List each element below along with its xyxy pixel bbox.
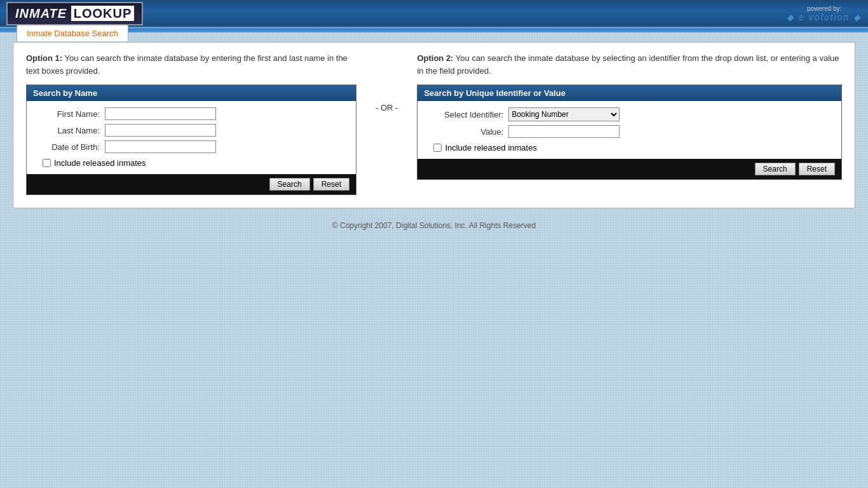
search-by-identifier-header: Search by Unique Identifier or Value: [417, 85, 841, 101]
first-name-label: First Name:: [36, 109, 100, 119]
logo: INMATE LOOKUP: [6, 2, 143, 25]
last-name-input[interactable]: [105, 124, 216, 137]
reset-button-1[interactable]: Reset: [313, 178, 349, 191]
identifier-select[interactable]: Booking Number SSN State ID Case Number: [508, 107, 620, 121]
include-released-row1: Include released inmates: [36, 158, 346, 168]
value-input[interactable]: [508, 125, 620, 138]
header: INMATE LOOKUP powered by: ◆ e volution ◆: [0, 0, 868, 29]
option1-title: Option 1:: [26, 53, 62, 63]
dob-label: Date of Birth:: [36, 142, 100, 152]
powered-by-area: powered by: ◆ e volution ◆: [787, 5, 862, 22]
option1-desc: Option 1: You can search the inmate data…: [26, 52, 356, 77]
option2-desc: Option 2: You can search the inmate data…: [417, 52, 842, 77]
search-button-2[interactable]: Search: [755, 163, 796, 175]
or-divider: - OR -: [356, 52, 417, 112]
search-by-identifier-box: Search by Unique Identifier or Value Sel…: [417, 85, 842, 180]
include-released-label2: Include released inmates: [445, 143, 537, 152]
include-released-checkbox1[interactable]: [43, 159, 51, 167]
first-name-row: First Name:: [36, 107, 346, 120]
search-layout: Option 1: You can search the inmate data…: [26, 52, 842, 195]
evolution-logo: ◆ e volution ◆: [787, 12, 862, 22]
select-identifier-row: Select Identifier: Booking Number SSN St…: [427, 107, 832, 121]
last-name-row: Last Name:: [36, 124, 346, 137]
search-by-name-header: Search by Name: [27, 85, 356, 101]
footer: © Copyright 2007, Digital Solutions, Inc…: [13, 221, 855, 230]
powered-by-text: powered by:: [807, 5, 841, 12]
content-box: Inmate Database Search Option 1: You can…: [13, 42, 855, 208]
option1-area: Option 1: You can search the inmate data…: [26, 52, 356, 195]
value-row: Value:: [427, 125, 832, 138]
option1-description: You can search the inmate database by en…: [26, 53, 348, 76]
option2-area: Option 2: You can search the inmate data…: [417, 52, 842, 180]
last-name-label: Last Name:: [36, 126, 100, 135]
include-released-label1: Include released inmates: [54, 158, 146, 168]
include-released-row2: Include released inmates: [427, 143, 832, 152]
logo-inmate: INMATE: [15, 6, 67, 20]
search-by-name-body: First Name: Last Name: Date of Birth:: [27, 101, 356, 174]
dob-input[interactable]: [105, 140, 216, 153]
option2-title: Option 2:: [417, 53, 453, 63]
select-identifier-label: Select Identifier:: [427, 110, 503, 119]
search-by-identifier-footer: Search Reset: [417, 159, 841, 179]
logo-lookup: LOOKUP: [71, 6, 135, 21]
first-name-input[interactable]: [105, 107, 216, 120]
search-by-name-footer: Search Reset: [27, 174, 356, 194]
search-button-1[interactable]: Search: [269, 178, 310, 191]
copyright-text: © Copyright 2007, Digital Solutions, Inc…: [332, 221, 536, 230]
main-content: Inmate Database Search Option 1: You can…: [0, 32, 868, 240]
tab-label: Inmate Database Search: [17, 25, 128, 41]
search-by-name-box: Search by Name First Name: Last Name: Da…: [26, 85, 356, 195]
logo-area: INMATE LOOKUP: [6, 2, 143, 25]
value-label: Value:: [427, 127, 503, 137]
search-by-identifier-body: Select Identifier: Booking Number SSN St…: [417, 101, 841, 159]
reset-button-2[interactable]: Reset: [799, 163, 835, 175]
include-released-checkbox2[interactable]: [433, 144, 442, 152]
option2-description: You can search the inmate database by se…: [417, 53, 839, 76]
dob-row: Date of Birth:: [36, 140, 346, 153]
